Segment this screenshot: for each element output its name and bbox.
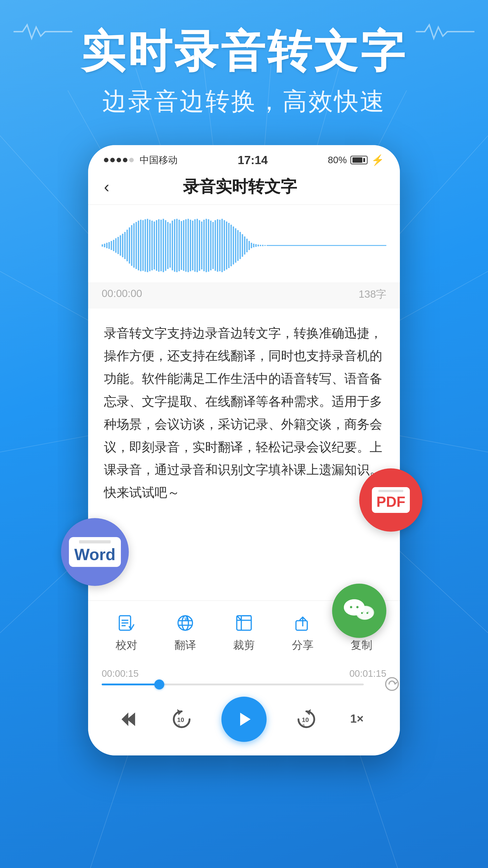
back-button[interactable]: ‹ [102,178,116,196]
wechat-badge [332,584,386,638]
copy-label: 复制 [351,638,372,652]
svg-text:s: s [302,722,305,727]
svg-rect-59 [199,220,200,271]
svg-rect-82 [251,243,252,248]
wechat-icon [341,593,377,629]
heartbeat-line-right [416,23,475,41]
toolbar-item-proofread[interactable]: 校对 [116,612,137,652]
svg-rect-44 [165,220,166,271]
svg-rect-58 [197,219,198,272]
svg-rect-64 [210,221,212,270]
svg-rect-51 [181,221,182,270]
svg-rect-43 [163,219,164,272]
svg-rect-18 [106,243,107,248]
proofread-icon[interactable] [116,612,137,634]
svg-point-124 [350,606,352,608]
play-button[interactable] [221,697,267,742]
waveform-area [88,205,400,283]
nav-bar: ‹ 录音实时转文字 [88,171,400,205]
translate-icon[interactable]: 译 [174,612,196,634]
svg-rect-62 [205,219,207,272]
svg-rect-78 [242,234,243,257]
svg-rect-68 [219,220,221,271]
rewind-button[interactable] [115,706,142,733]
svg-rect-37 [149,220,151,271]
signal-dots [104,158,134,162]
status-right: 80% ⚡ [328,154,384,166]
toolbar-item-trim[interactable]: 裁剪 [233,612,255,652]
svg-rect-76 [237,230,238,261]
svg-rect-32 [138,221,139,270]
svg-point-109 [386,678,398,690]
translate-label: 翻译 [174,638,196,652]
battery-icon [350,156,367,164]
time-count-bar: 00:00:00 138字 [88,283,400,308]
svg-rect-48 [174,219,175,272]
page-subtitle: 边录音边转换，高效快速 [102,85,386,118]
svg-rect-85 [258,245,259,246]
signal-dot-2 [110,158,115,162]
app-background: 实时录音转文字 边录音边转换，高效快速 中国移动 17:14 [0,0,488,868]
svg-rect-57 [194,219,196,272]
svg-rect-71 [226,221,227,270]
svg-rect-103 [296,621,307,630]
svg-rect-39 [154,221,155,270]
svg-rect-47 [172,221,173,270]
progress-bar-track[interactable] [102,684,364,685]
svg-rect-41 [158,219,160,272]
speed-button[interactable]: 1× [346,706,373,733]
nav-title: 录音实时转文字 [116,176,364,197]
svg-rect-16 [102,244,103,247]
svg-rect-80 [246,239,248,252]
status-left: 中国移动 [104,154,177,166]
battery-fill [352,157,362,163]
svg-text:1×: 1× [350,712,363,725]
svg-rect-87 [262,245,263,246]
battery-percent: 80% [328,155,347,165]
charging-icon: ⚡ [371,154,384,166]
svg-rect-63 [208,219,209,272]
svg-rect-22 [115,238,117,253]
back10-button[interactable]: 10 s [168,706,195,733]
svg-point-126 [361,612,363,614]
page-title: 实时录音转文字 [81,27,407,76]
progress-times: 00:00:15 00:01:15 [102,668,386,679]
forward10-button[interactable]: 10 s [293,706,320,733]
svg-rect-46 [169,223,171,268]
word-badge-inner: Word [69,537,121,567]
svg-rect-70 [224,220,225,271]
pdf-badge-inner: PDF [372,487,410,513]
svg-rect-61 [203,220,205,271]
svg-rect-72 [228,223,230,268]
playback-controls[interactable]: 10 s 10 s [88,690,400,755]
progress-thumb[interactable] [154,680,164,689]
svg-rect-66 [215,220,216,271]
waveform-svg [102,218,386,273]
trim-icon[interactable] [233,612,255,634]
progress-bar-fill [102,684,159,685]
carrier-label: 中国移动 [140,154,177,166]
svg-rect-55 [190,220,191,271]
svg-rect-60 [201,221,202,270]
svg-rect-69 [221,219,223,272]
svg-rect-23 [118,237,119,254]
svg-rect-77 [239,232,241,259]
status-time: 17:14 [238,153,268,167]
progress-area: 00:00:15 00:01:15 [88,661,400,690]
current-time: 00:00:15 [102,668,139,679]
toolbar-item-translate[interactable]: 译 翻译 [174,612,196,652]
svg-rect-53 [185,219,187,272]
svg-rect-79 [244,237,246,254]
toolbar-item-share[interactable]: 分享 [292,612,314,652]
signal-dot-5 [129,158,134,162]
svg-marker-112 [240,713,251,726]
svg-rect-29 [131,225,132,266]
proofread-label: 校对 [116,638,137,652]
loop-icon[interactable] [384,676,400,693]
trim-label: 裁剪 [233,638,255,652]
svg-rect-52 [183,220,184,271]
signal-dot-3 [117,158,121,162]
share-icon[interactable] [292,612,314,634]
pdf-label: PDF [377,493,405,510]
svg-rect-86 [260,245,261,246]
